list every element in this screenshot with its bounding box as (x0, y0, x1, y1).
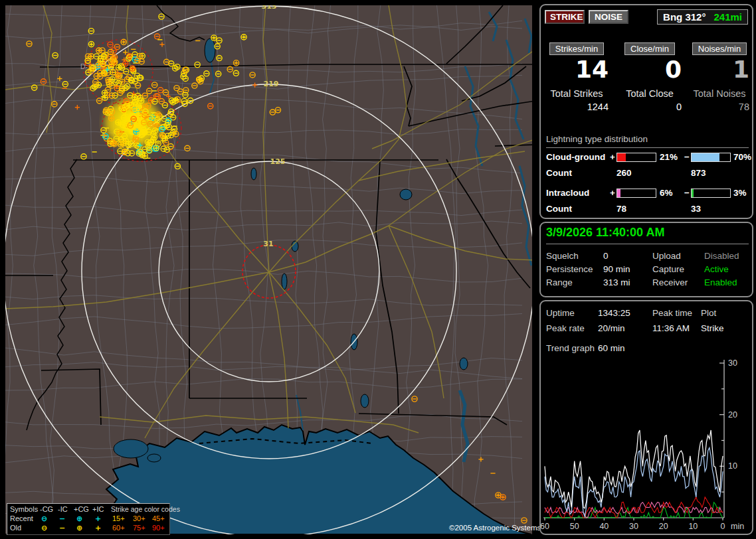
map-canvas: D-1936-1631125219313 (5, 5, 532, 534)
strike-button[interactable]: STRIKE (545, 10, 585, 24)
old-icneg-icon: − (59, 524, 65, 532)
bearing-range: 241mi (713, 11, 742, 23)
pos-cg-bar (616, 153, 656, 162)
neg-ic-pct: 3% (733, 188, 747, 198)
strikes-per-min-value: 14 (545, 56, 609, 83)
intracloud-label: Intracloud (546, 188, 589, 198)
intracloud-row: Intracloud + 6% − 3% (541, 188, 752, 198)
pos-cg-pct: 21% (660, 152, 678, 162)
strike-summary-panel: STRIKE NOISE Bng 312°241mi Strikes/min 1… (539, 4, 753, 219)
legend-symbols-label: Symbols (10, 505, 38, 513)
lightning-map[interactable]: D-1936-1631125219313 ©2005 Astrogenic Sy… (5, 5, 532, 534)
neg-cg-bar (691, 153, 731, 162)
squelch-value: 0 (603, 251, 609, 261)
map-legend: Symbols -CG -IC +CG +IC Strike age color… (7, 503, 170, 535)
close-per-min-column: Close/min 0 Total Close 0 (618, 42, 682, 112)
svg-text:min: min (731, 522, 744, 531)
age-60: 60+ (112, 524, 125, 532)
age-30: 30+ (133, 514, 145, 522)
noise-button[interactable]: NOISE (589, 10, 628, 24)
upload-label: Upload (652, 251, 681, 261)
copyright-text: ©2005 Astrogenic Systems (449, 524, 541, 532)
age-90: 90+ (152, 524, 165, 532)
minus-sign: − (684, 188, 690, 198)
strikes-per-min-column: Strikes/min 14 Total Strikes 1244 (545, 42, 609, 112)
legend-old-label: Old (10, 524, 21, 532)
svg-text:50: 50 (570, 522, 579, 531)
svg-text:10: 10 (728, 461, 737, 471)
intracloud-count-row: Count 78 33 (541, 204, 752, 214)
total-close-label: Total Close (618, 88, 682, 99)
squelch-label: Squelch (546, 251, 579, 261)
svg-text:40: 40 (599, 522, 609, 531)
svg-text:10: 10 (688, 522, 698, 531)
persistence-value: 90 min (603, 264, 630, 274)
svg-text:30: 30 (629, 522, 638, 531)
receiver-status: Enabled (704, 277, 737, 287)
datetime-display: 3/9/2026 11:40:00 AM (546, 226, 749, 244)
age-15: 15+ (112, 514, 125, 522)
capture-label: Capture (652, 264, 684, 274)
total-noises-label: Total Noises (690, 88, 749, 99)
old-cgneg-icon: ⊖ (41, 524, 47, 532)
neg-ic-count: 33 (691, 204, 701, 214)
svg-text:0: 0 (721, 522, 725, 531)
pos-ic-pct: 6% (660, 188, 673, 198)
neg-cg-count: 873 (691, 168, 706, 178)
neg-cg-pct: 70% (733, 152, 751, 162)
age-45: 45+ (152, 514, 165, 522)
svg-text:219: 219 (264, 80, 279, 88)
pos-ic-count: 78 (616, 204, 626, 214)
legend-codes-title: Strike age color codes (111, 505, 180, 513)
cloud-ground-count-row: Count 260 873 (541, 168, 752, 179)
range-value: 313 mi (603, 277, 630, 287)
distribution-title: Lightning type distribution (546, 134, 749, 148)
legend-col-cgpos: +CG (74, 505, 89, 513)
strikes-per-min-label: Strikes/min (549, 42, 604, 55)
noises-per-min-label: Noises/min (692, 42, 747, 55)
capture-status: Active (704, 264, 729, 274)
age-75: 75+ (133, 524, 145, 532)
cloud-ground-label: Cloud-ground (546, 152, 605, 162)
range-label: Range (546, 277, 573, 287)
recent-icpos-icon: + (95, 514, 101, 523)
noises-per-min-column: Noises/min 1 Total Noises 78 (690, 42, 749, 112)
svg-text:60: 60 (541, 522, 549, 531)
count-label: Count (546, 204, 572, 214)
bearing-value: Bng 312° (663, 11, 706, 23)
total-noises-value: 78 (690, 102, 749, 112)
persistence-label: Persistence (546, 264, 593, 274)
pos-ic-bar (616, 189, 656, 198)
count-label: Count (546, 168, 572, 178)
recent-icneg-icon: − (59, 514, 65, 523)
old-cgpos-icon: ⊕ (76, 524, 82, 532)
plus-sign: + (610, 188, 615, 198)
trend-panel: Uptime 1343:25 Peak time Plot Peak rate … (539, 300, 753, 535)
total-strikes-value: 1244 (545, 102, 609, 112)
minus-sign: − (684, 152, 690, 162)
svg-text:313: 313 (262, 5, 277, 11)
bearing-display: Bng 312°241mi (657, 9, 748, 25)
old-icpos-icon: + (95, 524, 101, 532)
neg-ic-bar (691, 189, 731, 198)
total-close-value: 0 (618, 102, 682, 112)
svg-text:30: 30 (728, 358, 737, 368)
svg-text:20: 20 (659, 522, 668, 531)
plus-sign: + (610, 152, 615, 162)
svg-text:125: 125 (270, 157, 286, 166)
legend-col-icpos: +IC (92, 505, 104, 513)
recent-cgneg-icon: ⊖ (41, 514, 47, 523)
trend-graph: 1020306050403020100min (541, 301, 752, 534)
legend-recent-label: Recent (10, 514, 33, 522)
recent-cgpos-icon: ⊕ (76, 514, 82, 523)
total-strikes-label: Total Strikes (545, 88, 609, 99)
svg-text:20: 20 (728, 410, 737, 420)
status-panel: 3/9/2026 11:40:00 AM Squelch 0 Upload Di… (539, 222, 753, 297)
close-per-min-label: Close/min (624, 42, 675, 55)
upload-status: Disabled (704, 251, 739, 261)
legend-col-icneg: -IC (58, 505, 68, 513)
receiver-label: Receiver (652, 277, 688, 287)
svg-text:31: 31 (263, 240, 273, 248)
cloud-ground-row: Cloud-ground + 21% − 70% (541, 152, 752, 163)
pos-cg-count: 260 (616, 168, 632, 178)
